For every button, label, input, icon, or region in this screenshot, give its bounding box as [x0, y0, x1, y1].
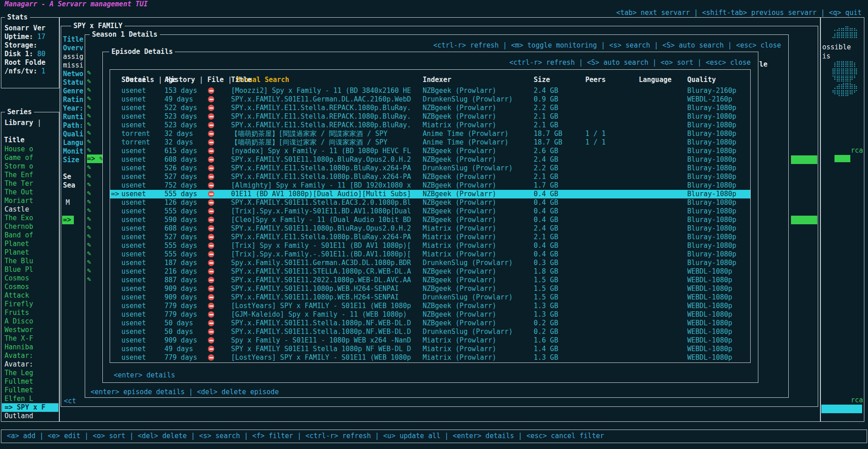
edit-pencil-icon: ✎ — [87, 77, 91, 85]
release-age: 522 days — [164, 104, 207, 112]
rejected-icon — [208, 260, 214, 266]
release-row[interactable]: usenet 608 days SPY.x.FAMILY.S01E11.1080… — [110, 155, 750, 164]
release-row[interactable]: usenet 555 days [Trix].Spy.x.Family-S01E… — [110, 207, 750, 216]
series-list-item[interactable]: Storm o — [2, 162, 58, 171]
series-list-item[interactable]: The Ter — [2, 179, 58, 188]
release-quality: Bluray-1080p — [687, 130, 750, 138]
release-row[interactable]: usenet 909 days SPY.x.FAMILY.S01E11.1080… — [110, 293, 750, 302]
selection-arrow — [110, 95, 121, 104]
tab-library[interactable]: Library — [5, 119, 41, 127]
release-row[interactable]: usenet 779 days [LostYears] SPY x FAMILY… — [110, 353, 750, 362]
edit-pencil-icon: ✎ — [87, 137, 91, 145]
series-list-item[interactable]: Blue Pl — [2, 266, 58, 274]
series-list-item[interactable]: Chernob — [2, 222, 58, 231]
series-title: Moriart — [5, 197, 33, 205]
selected-season-row-fragment[interactable]: => — [62, 216, 74, 224]
release-row[interactable]: usenet 752 days [Almighty] Spy x Family … — [110, 181, 750, 190]
release-title: Spy.x.Family.S01E11.German.AC3D.DL.1080p… — [231, 259, 423, 267]
release-row[interactable]: usenet 49 days SPY x FAMILY S01E11 Stell… — [110, 345, 750, 353]
release-row[interactable]: usenet 779 days [GJM-Kaleido] Spy x Fami… — [110, 310, 750, 319]
edit-pencil-icon: ✎ — [87, 266, 91, 275]
release-row[interactable]: usenet 608 days SPY.x.FAMILY.S01E11.1080… — [110, 224, 750, 233]
series-list-item[interactable]: Westwor — [2, 326, 58, 334]
release-row[interactable]: usenet 779 days [LostYears] SPY x FAMILY… — [110, 302, 750, 310]
release-row[interactable]: usenet 527 days SPY.x.FAMILY.E11.Stella.… — [110, 233, 750, 241]
release-indexer: Miatrix (Prowlarr) — [423, 353, 534, 362]
release-row[interactable]: => usenet 555 days 01E11 (BD AV1 1080p)[… — [110, 190, 750, 198]
release-row[interactable]: usenet 555 days [Trix] Spy x Family - S0… — [110, 241, 750, 250]
release-row[interactable]: usenet 50 days SPY.x.FAMILY.S01E11.Stell… — [110, 328, 750, 336]
release-row[interactable]: usenet 187 days Spy.x.Family.S01E11.Germ… — [110, 259, 750, 267]
release-row[interactable]: usenet 216 days SPY.x.FAMILY.S01E11.STEL… — [110, 267, 750, 276]
release-row[interactable]: usenet 615 days [nyadex] Spy x Family - … — [110, 147, 750, 155]
release-row[interactable]: usenet 50 days SPY.x.FAMILY.S01E11.Stell… — [110, 319, 750, 328]
series-list-item[interactable]: Hanniba — [2, 343, 58, 352]
release-row[interactable]: usenet 887 days SPY.x.FAMILY.S01E11.2022… — [110, 276, 750, 285]
series-list-item[interactable]: Elfen L — [2, 395, 58, 403]
series-list-item[interactable]: Fullmet — [2, 386, 58, 395]
seasons-cell-fragment: M — [66, 198, 70, 207]
release-row[interactable]: usenet 153 days [Moozzi2] Spy x Family -… — [110, 87, 750, 95]
release-row[interactable]: usenet 909 days Spy x Family - S01E11 - … — [110, 336, 750, 345]
release-quality: WEBDL-1080p — [687, 336, 750, 345]
release-age: 526 days — [164, 164, 207, 173]
rejected-icon — [208, 277, 214, 283]
series-list-item[interactable]: Band of — [2, 231, 58, 240]
series-list-item[interactable]: Outland — [2, 412, 58, 420]
release-age: 909 days — [164, 293, 207, 302]
release-row[interactable]: torrent 32 days 【喵萌奶茶屋】[间谍过家家 / 间谍家家酒 / … — [110, 138, 750, 147]
selection-arrow — [110, 181, 121, 190]
series-list-item[interactable]: Game of — [2, 154, 58, 162]
series-list-item[interactable]: => SPY x F — [2, 403, 58, 412]
release-row[interactable]: usenet 523 days SPY.x.FAMILY.E11.Stella.… — [110, 112, 750, 121]
series-list-item[interactable]: House o — [2, 145, 58, 154]
release-row[interactable]: usenet 555 days [Trix].Spy.x.Family.-.S0… — [110, 250, 750, 259]
series-list-item[interactable]: The Leg — [2, 369, 58, 377]
release-row[interactable]: usenet 909 days SPY.x.FAMILY.S01E11.1080… — [110, 285, 750, 293]
col-size: Size — [534, 76, 585, 84]
series-list-item[interactable]: Moriart — [2, 197, 58, 205]
release-row[interactable]: usenet 49 days SPY.x.FAMILY.S01E11.Germa… — [110, 95, 750, 104]
release-row[interactable]: usenet 527 days SPY.x.FAMILY.E11.Stella.… — [110, 173, 750, 181]
release-size: 1.5 GB — [534, 285, 585, 293]
series-list-item[interactable]: The Blu — [2, 257, 58, 266]
series-title: SPY x F — [17, 403, 45, 411]
series-title: Avatar: — [5, 360, 33, 368]
series-list-item[interactable]: Cosmos — [2, 283, 58, 291]
series-list-item[interactable]: The X-F — [2, 334, 58, 343]
stat-line: Sonarr Ver — [5, 24, 58, 33]
release-indexer: Anime Time (Prowlarr) — [423, 138, 534, 147]
series-list-item[interactable]: Avatar: — [2, 352, 58, 360]
series-list-item[interactable]: Attack — [2, 291, 58, 300]
series-title: Planet — [5, 240, 29, 248]
series-list-item[interactable]: Firefly — [2, 300, 58, 309]
release-language — [639, 285, 687, 293]
series-list-item[interactable]: The Exo — [2, 214, 58, 222]
series-list-item[interactable]: Planet — [2, 240, 58, 248]
release-language — [639, 198, 687, 207]
series-list-item[interactable]: The Out — [2, 188, 58, 197]
series-list-item[interactable]: Planet — [2, 248, 58, 257]
series-list-item[interactable]: Cosmos — [2, 274, 58, 283]
release-row[interactable]: usenet 126 days SPY.X.FAMILY.S01E11.Stel… — [110, 198, 750, 207]
stat-line: Storage: — [5, 41, 58, 50]
release-row[interactable]: usenet 522 days SPY.x.FAMILY.E11.Stella.… — [110, 104, 750, 112]
selection-arrow — [110, 155, 121, 164]
series-list-item[interactable]: Fruits — [2, 309, 58, 317]
release-indexer: Miatrix (Prowlarr) — [423, 224, 534, 233]
series-list-item[interactable]: Castle — [2, 205, 58, 214]
release-row[interactable]: usenet 590 days [Cleo]Spy x Family - 11 … — [110, 216, 750, 224]
release-row[interactable]: torrent 32 days 【喵萌奶茶屋】[間諜過家家 / 間諜家家酒 / … — [110, 130, 750, 138]
series-list-item[interactable]: Avatar: — [2, 360, 58, 369]
edit-pencil-icon: ✎ — [87, 206, 91, 214]
series-list-item[interactable]: Fullmet — [2, 377, 58, 386]
rejected-icon — [208, 320, 214, 326]
release-row[interactable]: usenet 523 days SPY.x.FAMILY.E11.Stella.… — [110, 121, 750, 130]
edit-pencil-icon: ✎ — [87, 215, 91, 223]
series-list-item[interactable]: The Enf — [2, 171, 58, 179]
release-row[interactable]: usenet 526 days SPY.x.FAMILY.E11.Stella.… — [110, 164, 750, 173]
edit-pencil-icon: ✎ — [87, 86, 91, 94]
release-source: usenet — [121, 276, 164, 285]
release-source: usenet — [121, 319, 164, 328]
series-list-item[interactable]: A Disco — [2, 317, 58, 326]
